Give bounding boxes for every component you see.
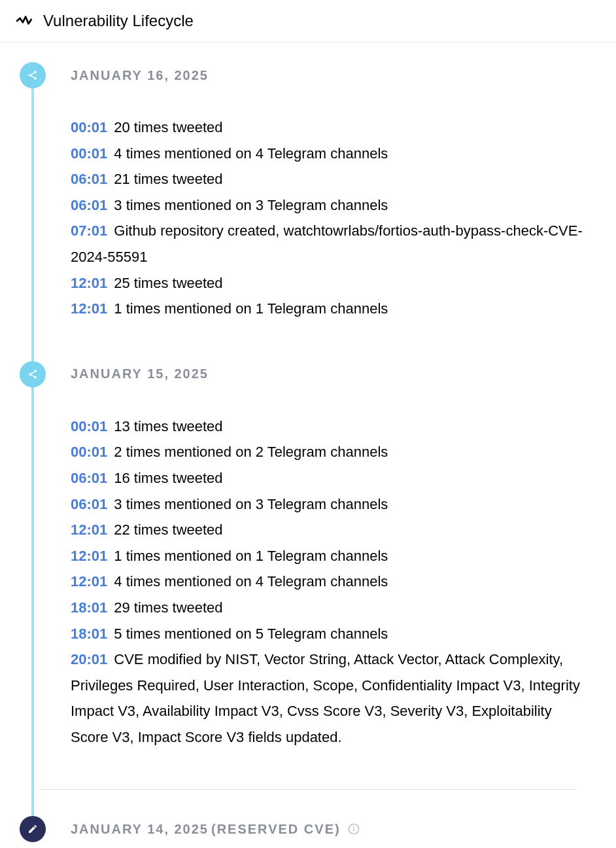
event-text: 20 times tweeted xyxy=(114,119,222,135)
event-row: 06:013 times mentioned on 3 Telegram cha… xyxy=(71,192,583,219)
share-icon xyxy=(20,361,46,387)
event-time: 06:01 xyxy=(71,171,107,187)
event-text: 22 times tweeted xyxy=(114,521,222,538)
event-text: 13 times tweeted xyxy=(114,418,222,434)
event-time: 18:01 xyxy=(71,626,107,642)
event-row: 06:0116 times tweeted xyxy=(71,465,583,491)
svg-line-8 xyxy=(31,372,34,374)
event-row: 20:01CVE modified by NIST, Vector String… xyxy=(71,646,583,750)
event-time: 12:01 xyxy=(71,521,107,538)
event-row: 12:011 times mentioned on 1 Telegram cha… xyxy=(71,543,583,569)
event-row: 18:015 times mentioned on 5 Telegram cha… xyxy=(71,621,583,647)
share-icon xyxy=(20,62,46,88)
timeline-date: January 15, 2025 xyxy=(71,366,209,381)
event-text: 3 times mentioned on 3 Telegram channels xyxy=(114,197,388,213)
timeline-day: January 15, 202500:0113 times tweeted00:… xyxy=(20,361,596,751)
timeline-day-header: January 16, 2025 xyxy=(20,62,596,88)
timeline-day-header: January 14, 2025 (Reserved CVE) xyxy=(20,816,596,842)
section-divider xyxy=(39,789,577,790)
info-icon[interactable] xyxy=(347,822,360,836)
timeline-scroll[interactable]: January 16, 202500:0120 times tweeted00:… xyxy=(0,43,616,848)
timeline-day-header: January 15, 2025 xyxy=(20,361,596,387)
event-text: 4 times mentioned on 4 Telegram channels xyxy=(114,145,388,162)
event-time: 12:01 xyxy=(71,300,107,317)
event-text: 29 times tweeted xyxy=(114,599,222,616)
timeline-date: January 16, 2025 xyxy=(71,68,209,83)
event-row: 12:014 times mentioned on 4 Telegram cha… xyxy=(71,569,583,595)
event-text: 2 times mentioned on 2 Telegram channels xyxy=(114,444,388,460)
edit-icon xyxy=(20,816,46,842)
event-time: 00:01 xyxy=(71,145,107,162)
event-time: 12:01 xyxy=(71,548,107,564)
event-text: Github repository created, watchtowrlabs… xyxy=(71,222,583,265)
event-time: 12:01 xyxy=(71,573,107,590)
event-list: 00:0113 times tweeted00:012 times mentio… xyxy=(71,414,583,751)
timeline-day: January 16, 202500:0120 times tweeted00:… xyxy=(20,62,596,322)
event-time: 00:01 xyxy=(71,444,107,460)
timeline-date-suffix: (Reserved CVE) xyxy=(211,822,341,837)
event-text: 21 times tweeted xyxy=(114,171,222,187)
event-text: CVE modified by NIST, Vector String, Att… xyxy=(71,651,580,745)
event-time: 06:01 xyxy=(71,470,107,486)
event-row: 00:012 times mentioned on 2 Telegram cha… xyxy=(71,439,583,465)
event-row: 00:014 times mentioned on 4 Telegram cha… xyxy=(71,141,583,167)
event-time: 12:01 xyxy=(71,275,107,291)
event-row: 00:0120 times tweeted xyxy=(71,115,583,141)
event-row: 06:013 times mentioned on 3 Telegram cha… xyxy=(71,491,583,518)
svg-point-12 xyxy=(353,827,354,828)
event-text: 1 times mentioned on 1 Telegram channels xyxy=(114,300,388,317)
event-text: 16 times tweeted xyxy=(114,470,222,486)
timeline: January 16, 202500:0120 times tweeted00:… xyxy=(0,43,616,848)
event-list: 00:0120 times tweeted00:014 times mentio… xyxy=(71,115,583,322)
event-text: 4 times mentioned on 4 Telegram channels xyxy=(114,573,388,590)
event-time: 00:01 xyxy=(71,119,107,135)
timeline-date: January 14, 2025 xyxy=(71,822,209,837)
event-time: 06:01 xyxy=(71,197,107,213)
timeline-day: January 14, 2025 (Reserved CVE) xyxy=(20,816,596,842)
event-text: 1 times mentioned on 1 Telegram channels xyxy=(114,548,388,564)
event-time: 18:01 xyxy=(71,599,107,616)
event-row: 18:0129 times tweeted xyxy=(71,595,583,621)
event-row: 12:0125 times tweeted xyxy=(71,270,583,296)
event-text: 5 times mentioned on 5 Telegram channels xyxy=(114,626,388,642)
svg-line-4 xyxy=(31,76,34,78)
svg-line-3 xyxy=(31,73,34,75)
page-header: Vulnerability Lifecycle xyxy=(0,0,616,43)
page-title: Vulnerability Lifecycle xyxy=(43,12,194,30)
event-time: 07:01 xyxy=(71,222,107,239)
event-text: 3 times mentioned on 3 Telegram channels xyxy=(114,496,388,512)
event-time: 06:01 xyxy=(71,496,107,512)
event-row: 12:0122 times tweeted xyxy=(71,517,583,543)
event-time: 00:01 xyxy=(71,418,107,434)
event-time: 20:01 xyxy=(71,651,107,667)
activity-icon xyxy=(16,12,33,29)
event-text: 25 times tweeted xyxy=(114,275,222,291)
event-row: 12:011 times mentioned on 1 Telegram cha… xyxy=(71,296,583,322)
event-row: 06:0121 times tweeted xyxy=(71,166,583,192)
event-row: 00:0113 times tweeted xyxy=(71,414,583,440)
svg-line-9 xyxy=(31,374,34,376)
event-row: 07:01Github repository created, watchtow… xyxy=(71,218,583,270)
